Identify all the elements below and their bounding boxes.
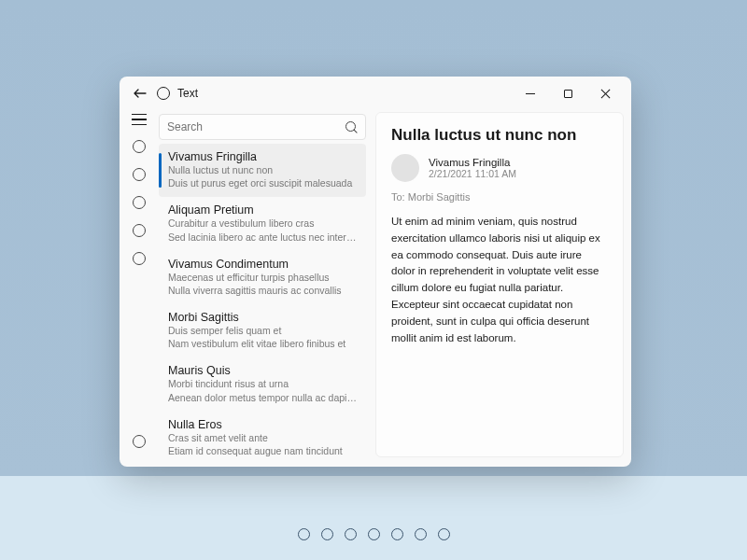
nav-rail <box>120 110 159 467</box>
list-item[interactable]: Morbi SagittisDuis semper felis quam etN… <box>159 304 366 357</box>
search-input[interactable] <box>167 120 345 133</box>
app-window: Text Vivamus FringillaNulla luctus ut nu… <box>120 77 631 467</box>
list-item-preview: Aenean dolor metus tempor nulla ac dapib… <box>168 391 357 404</box>
list-item-title: Mauris Quis <box>168 364 357 377</box>
nav-item[interactable] <box>133 224 146 237</box>
list-pane: Vivamus FringillaNulla luctus ut nunc no… <box>159 110 372 467</box>
app-icon <box>157 87 170 100</box>
search-icon <box>345 121 358 133</box>
list-item-subtitle: Morbi tincidunt risus at urna <box>168 377 357 390</box>
titlebar: Text <box>120 77 631 110</box>
pager-dot[interactable] <box>368 528 380 540</box>
maximize-button[interactable] <box>549 79 586 107</box>
list-item-title: Vivamus Condimentum <box>168 258 357 271</box>
hamburger-menu-icon[interactable] <box>132 114 147 125</box>
nav-item[interactable] <box>133 196 146 209</box>
list-item-preview: Duis ut purus eget orci suscipit malesua… <box>168 176 357 189</box>
list-item[interactable]: Aliquam PretiumCurabitur a vestibulum li… <box>159 197 366 250</box>
list-item-title: Aliquam Pretium <box>168 203 357 217</box>
back-button[interactable] <box>131 84 149 103</box>
list-item-preview: Sed lacinia libero ac ante luctus nec in… <box>168 231 357 244</box>
app-title: Text <box>177 87 198 100</box>
message-to: To: Morbi Sagittis <box>391 191 608 203</box>
list-item-subtitle: Maecenas ut efficitur turpis phasellus <box>168 271 357 284</box>
list-item-title: Morbi Sagittis <box>168 311 357 324</box>
nav-item[interactable] <box>133 168 146 181</box>
minimize-button[interactable] <box>512 79 549 107</box>
list-item[interactable]: Vivamus FringillaNulla luctus ut nunc no… <box>159 144 366 197</box>
detail-pane: Nulla luctus ut nunc non Vivamus Fringil… <box>375 112 624 457</box>
message-list: Vivamus FringillaNulla luctus ut nunc no… <box>159 144 366 467</box>
pager-dot[interactable] <box>345 528 357 540</box>
pager-dot[interactable] <box>415 528 427 540</box>
message-from: Vivamus Fringilla <box>429 157 516 168</box>
list-item-preview: Nulla viverra sagittis mauris ac convall… <box>168 284 357 297</box>
slide-pager <box>0 509 747 560</box>
message-date: 2/21/2021 11:01 AM <box>429 168 516 179</box>
nav-item[interactable] <box>133 252 146 265</box>
avatar <box>391 154 419 182</box>
list-item-subtitle: Curabitur a vestibulum libero cras <box>168 217 357 230</box>
message-body: Ut enim ad minim veniam, quis nostrud ex… <box>391 214 608 347</box>
search-field[interactable] <box>159 114 366 140</box>
list-item[interactable]: Nulla ErosCras sit amet velit anteEtiam … <box>159 412 366 465</box>
pager-dot[interactable] <box>298 528 310 540</box>
nav-item[interactable] <box>133 435 146 448</box>
close-button[interactable] <box>586 79 624 107</box>
list-item-preview: Etiam id consequat augue nam tincidunt <box>168 444 357 457</box>
nav-item[interactable] <box>133 140 146 153</box>
list-item-title: Vivamus Fringilla <box>168 150 357 163</box>
pager-dot[interactable] <box>321 528 333 540</box>
list-item-subtitle: Duis semper felis quam et <box>168 324 357 337</box>
message-title: Nulla luctus ut nunc non <box>391 126 608 145</box>
list-item[interactable]: Mauris QuisMorbi tincidunt risus at urna… <box>159 357 366 411</box>
list-item-subtitle: Nulla luctus ut nunc non <box>168 163 357 176</box>
list-item-title: Nulla Eros <box>168 418 357 431</box>
list-item-subtitle: Cras sit amet velit ante <box>168 431 357 444</box>
list-item-preview: Nam vestibulum elit vitae libero finibus… <box>168 337 357 350</box>
list-item[interactable]: Vivamus CondimentumMaecenas ut efficitur… <box>159 251 366 304</box>
pager-dot[interactable] <box>391 528 403 540</box>
pager-dot[interactable] <box>438 528 450 540</box>
